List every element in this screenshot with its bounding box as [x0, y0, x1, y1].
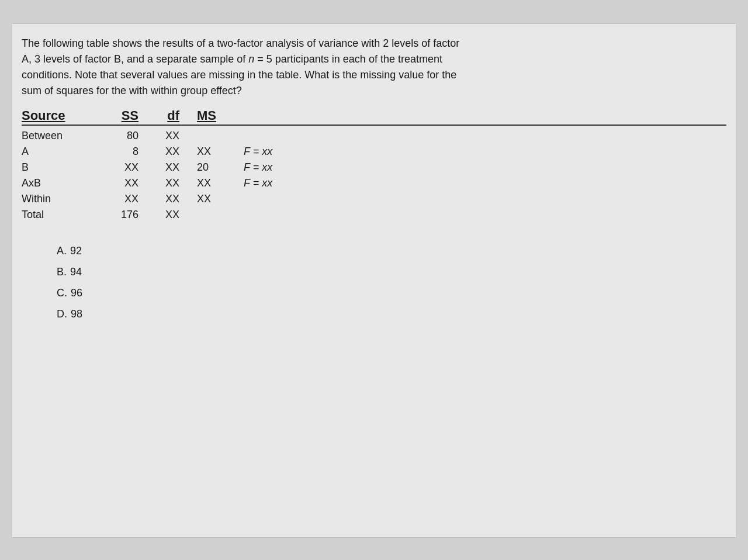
answer-c-value: 96 [71, 282, 82, 303]
intro-line2: A, 3 levels of factor B, and a separate … [22, 53, 442, 65]
answer-c-label: C. [57, 282, 67, 303]
row-ms-b: 20 [191, 161, 238, 174]
header-ss: SS [98, 108, 150, 123]
row-df-total: XX [150, 209, 191, 221]
row-ss-total: 176 [98, 209, 150, 221]
table-row: AxB XX XX XX F = xx [22, 175, 726, 191]
row-df-b: XX [150, 161, 191, 174]
row-df-a: XX [150, 146, 191, 158]
row-source-b: B [22, 161, 98, 174]
table-row: A 8 XX XX F = xx [22, 144, 726, 160]
intro-paragraph: The following table shows the results of… [22, 36, 726, 99]
header-ms: MS [191, 108, 238, 123]
row-ss-b: XX [98, 161, 150, 174]
header-df: df [150, 108, 191, 123]
row-ss-within: XX [98, 193, 150, 205]
row-ss-axb: XX [98, 177, 150, 189]
row-f-b: F = xx [238, 161, 320, 174]
answer-b-value: 94 [70, 261, 82, 282]
answer-d-label: D. [57, 303, 67, 324]
row-source-within: Within [22, 193, 98, 205]
answer-d: D. 98 [57, 303, 726, 324]
answer-c: C. 96 [57, 282, 726, 303]
row-source-total: Total [22, 209, 98, 221]
answer-a: A. 92 [57, 240, 726, 261]
intro-line3: conditions. Note that several values are… [22, 69, 456, 81]
row-ss-between: 80 [98, 130, 150, 142]
main-content: The following table shows the results of… [12, 23, 736, 538]
answer-a-label: A. [57, 240, 67, 261]
row-df-axb: XX [150, 177, 191, 189]
answer-b-label: B. [57, 261, 67, 282]
table-row: B XX XX 20 F = xx [22, 160, 726, 175]
row-df-between: XX [150, 130, 191, 142]
row-ss-a: 8 [98, 146, 150, 158]
table-row: Within XX XX XX [22, 191, 726, 207]
table-header-row: Source SS df MS [22, 108, 726, 126]
answer-d-value: 98 [71, 303, 82, 324]
row-ms-within: XX [191, 193, 238, 205]
row-df-within: XX [150, 193, 191, 205]
row-source-between: Between [22, 130, 98, 142]
intro-line4: sum of squares for the with within group… [22, 85, 242, 96]
row-ms-a: XX [191, 146, 238, 158]
row-source-a: A [22, 146, 98, 158]
table-row: Between 80 XX [22, 128, 726, 144]
anova-table: Source SS df MS Between 80 XX A 8 XX XX … [22, 108, 726, 223]
answer-b: B. 94 [57, 261, 726, 282]
header-source: Source [22, 108, 98, 123]
row-ms-axb: XX [191, 177, 238, 189]
table-row: Total 176 XX [22, 207, 726, 223]
intro-line1: The following table shows the results of… [22, 37, 459, 49]
row-f-a: F = xx [238, 146, 320, 158]
row-source-axb: AxB [22, 177, 98, 189]
answer-choices: A. 92 B. 94 C. 96 D. 98 [57, 240, 726, 324]
n-notation: n [248, 53, 254, 65]
row-f-axb: F = xx [238, 177, 320, 189]
answer-a-value: 92 [70, 240, 82, 261]
